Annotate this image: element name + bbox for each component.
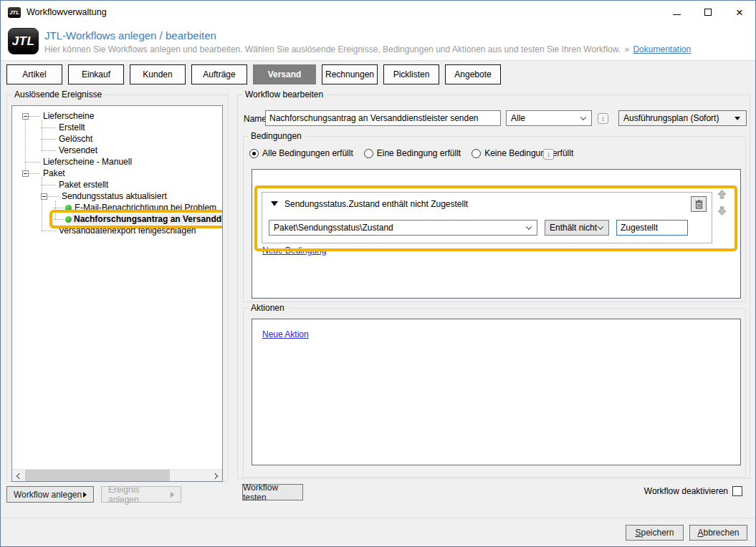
tree-item[interactable]: Nachforschungsantrag an Versanddie (12, 213, 222, 225)
radio-label: Eine Bedingung erfüllt (377, 148, 461, 158)
scrollbar-thumb[interactable] (25, 470, 170, 482)
delete-condition-button[interactable] (691, 196, 707, 212)
tree-item[interactable]: Lieferscheine - Manuell (12, 156, 222, 168)
actions-list-panel: Neue Aktion (252, 319, 741, 465)
tree-connector-stub (41, 127, 56, 128)
execution-plan-select[interactable]: Ausführungsplan (Sofort) (618, 110, 747, 126)
radio-alle-bedingungen-erf-llt[interactable]: Alle Bedingungen erfüllt (249, 148, 353, 158)
tab-picklisten[interactable]: Picklisten (383, 64, 439, 84)
collapse-triangle-icon[interactable] (271, 201, 278, 206)
scroll-right-button[interactable] (210, 470, 222, 482)
deactivate-row: Workflow deaktivieren (644, 486, 742, 496)
tree-item[interactable]: Lieferscheine (12, 110, 222, 122)
tree-item-label: Sendungsstatus aktualisiert (59, 191, 167, 201)
tree-item[interactable]: Paket (12, 168, 222, 179)
tab-artikel[interactable]: Artikel (6, 64, 62, 84)
tree-item[interactable]: Paket erstellt (12, 179, 222, 190)
titlebar: JTL Workflowverwaltung × (1, 1, 755, 24)
footer-bar: Speichern Abbrechen (1, 518, 755, 547)
chevron-left-icon (16, 473, 22, 478)
tree-item-label: Erstellt (56, 122, 85, 132)
tree-horizontal-scrollbar[interactable] (12, 469, 222, 481)
radio-icon (249, 149, 259, 158)
tree-item[interactable]: Versendet (12, 145, 222, 156)
window-controls: × (661, 1, 755, 24)
radio-eine-bedingung-erf-llt[interactable]: Eine Bedingung erfüllt (364, 148, 461, 158)
tree-item[interactable]: E-Mail-Benachrichtigung bei Problem (12, 202, 222, 213)
tree-connector-stub (54, 219, 64, 220)
scope-info-icon[interactable]: i (598, 113, 608, 124)
condition-value-input[interactable] (616, 220, 688, 236)
events-tree[interactable]: LieferscheineErstelltGelöschtVersendetLi… (11, 105, 223, 482)
create-workflow-label: Workflow anlegen (14, 490, 82, 500)
editor-groupbox: Workflow bearbeiten Name: Alle i Ausführ… (237, 95, 750, 479)
documentation-link[interactable]: Dokumentation (633, 44, 691, 54)
radio-label: Keine Bedingung erfüllt (484, 148, 573, 158)
tree-item[interactable]: Gelöscht (12, 133, 222, 145)
page-subtitle: Hier können Sie Workflows anlegen und be… (44, 44, 691, 54)
maximize-button[interactable] (692, 1, 724, 24)
execution-plan-value: Ausführungsplan (Sofort) (623, 113, 719, 123)
new-action-link[interactable]: Neue Aktion (262, 329, 309, 339)
page-title: JTL-Workflows anlegen / bearbeiten (44, 29, 216, 42)
chevron-down-icon (580, 115, 586, 120)
tab-auftr-ge[interactable]: Aufträge (191, 64, 247, 84)
create-event-label: Ereignis anlegen (108, 485, 171, 505)
conditions-list-panel: Sendungsstatus.Zustand enthält nicht Zug… (252, 169, 741, 299)
radio-icon (472, 149, 481, 158)
conditions-info-icon[interactable]: i (543, 149, 554, 160)
cancel-button[interactable]: Abbrechen (689, 525, 747, 541)
tab-einkauf[interactable]: Einkauf (68, 64, 124, 84)
arrow-up-icon (717, 190, 727, 199)
condition-operator-select[interactable]: Enthält nicht (545, 220, 609, 236)
radio-keine-bedingung-erf-llt[interactable]: Keine Bedingung erfüllt (472, 148, 573, 158)
radio-label: Alle Bedingungen erfüllt (262, 148, 353, 158)
scope-select[interactable]: Alle (506, 110, 592, 126)
tab-bar: ArtikelEinkaufKundenAufträgeVersandRechn… (6, 64, 501, 84)
actions-groupbox: Aktionen Neue Aktion (243, 308, 746, 478)
tab-rechnungen[interactable]: Rechnungen (322, 64, 378, 84)
minimize-button[interactable] (661, 1, 692, 24)
new-condition-link[interactable]: Neue Bedingung (262, 246, 326, 256)
tree-rows: LieferscheineErstelltGelöschtVersendetLi… (12, 106, 222, 236)
move-up-button[interactable] (717, 189, 727, 199)
condition-field-select[interactable]: Paket\Sendungsstatus\Zustand (269, 220, 537, 236)
doc-link-prefix: » (624, 44, 629, 54)
tree-item[interactable]: Sendungsstatus aktualisiert (12, 190, 222, 202)
tab-versand[interactable]: Versand (253, 64, 316, 84)
scroll-left-button[interactable] (12, 470, 24, 482)
actions-groupbox-legend: Aktionen (248, 303, 287, 313)
save-button[interactable]: Speichern (626, 525, 684, 541)
tree-connector-stub (41, 139, 56, 140)
chevron-right-icon (212, 473, 218, 478)
tree-connector-stub (47, 196, 59, 197)
tree-item-label: Paket erstellt (56, 180, 108, 190)
maximize-icon (704, 9, 712, 16)
tab-kunden[interactable]: Kunden (130, 64, 186, 84)
tree-connector-stub (29, 116, 40, 117)
deactivate-checkbox[interactable] (732, 486, 742, 496)
test-workflow-label: Workflow testen (243, 483, 302, 503)
tab-angebote[interactable]: Angebote (445, 64, 501, 84)
tree-item-label: Gelöscht (56, 134, 92, 144)
minimize-icon (673, 14, 681, 15)
chevron-down-icon (598, 224, 603, 230)
tree-connector-stub (29, 173, 40, 174)
tree-expander-icon[interactable] (41, 193, 47, 200)
move-down-button[interactable] (717, 205, 727, 216)
close-icon: × (736, 6, 743, 19)
workflow-window: JTL Workflowverwaltung × JTL JTL-Workflo… (0, 0, 756, 547)
create-event-button: Ereignis anlegen (101, 486, 181, 503)
close-button[interactable]: × (724, 1, 755, 24)
tree-expander-icon[interactable] (22, 170, 29, 177)
app-icon: JTL (8, 7, 21, 18)
deactivate-label: Workflow deaktivieren (644, 486, 728, 496)
create-workflow-button[interactable]: Workflow anlegen (6, 486, 94, 503)
tree-item[interactable]: Versanddatenexport fehlgeschlagen (12, 225, 222, 236)
workflow-name-input[interactable] (265, 110, 501, 126)
tree-expander-icon[interactable] (22, 113, 29, 120)
subtitle-text: Hier können Sie Workflows anlegen und be… (44, 44, 621, 54)
condition-card: Sendungsstatus.Zustand enthält nicht Zug… (262, 192, 712, 243)
tree-item[interactable]: Erstellt (12, 122, 222, 133)
test-workflow-button[interactable]: Workflow testen (242, 484, 303, 500)
